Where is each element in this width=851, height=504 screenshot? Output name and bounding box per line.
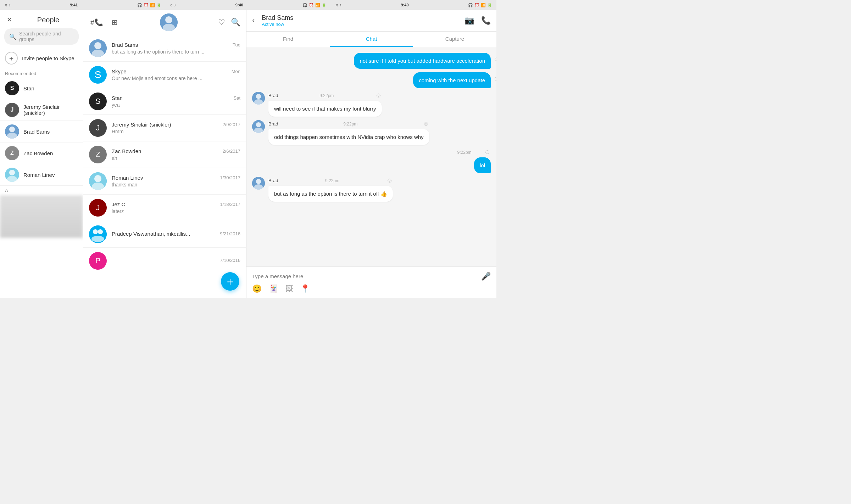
chat-item-brad[interactable]: Brad Sams Tue but as long as the option …	[83, 35, 246, 62]
contact-item-zac[interactable]: Z Zac Bowden	[0, 142, 83, 164]
chat-info-brad: Brad Sams Tue but as long as the option …	[112, 42, 240, 55]
avatar-brad	[5, 124, 19, 139]
middle-system-icons: 🎧 ⏰ 📶 🔋	[302, 3, 327, 7]
chat-header: ‹ Brad Sams Active now 📷 📞	[246, 10, 496, 32]
video-call-icon[interactable]: 📷	[465, 16, 474, 25]
search-icon: 🔍	[9, 33, 16, 40]
msg-meta-3: Brad 9:22pm ☺	[268, 177, 393, 184]
chat-date-stan: Sat	[233, 95, 240, 101]
svg-point-24	[256, 179, 261, 184]
toolbar-right-icons: ♡ 🔍	[218, 18, 240, 27]
call-icon[interactable]: #📞	[89, 17, 105, 28]
svg-point-18	[256, 94, 261, 99]
emoji-btn-recv-1[interactable]: ☺	[375, 92, 382, 99]
svg-point-2	[9, 170, 15, 175]
emoji-reaction-btn-1[interactable]: ☺	[494, 56, 496, 63]
smiley-icon[interactable]: 😊	[252, 284, 262, 293]
back-button[interactable]: ‹	[252, 15, 257, 27]
chat-name-row-jeremy: Jeremy Sinclair (snickler) 2/9/2017	[112, 122, 240, 128]
msg-received-turnoff: Brad 9:22pm ☺ but as long as the option …	[252, 177, 393, 202]
msg-sender-brad: Brad	[268, 93, 278, 98]
chat-avatar-zac-mid: Z	[89, 146, 107, 163]
avatar-roman	[5, 168, 19, 182]
msg-sent-bubble-nextupdate: coming with the next update	[413, 72, 491, 88]
chat-info-skype: Skype Mon Our new Mojis and emoticons ar…	[112, 68, 240, 81]
chat-name-skype: Skype	[112, 68, 127, 74]
close-button[interactable]: ✕	[4, 15, 14, 25]
chat-item-zac[interactable]: Z Zac Bowden 2/6/2017 ah	[83, 141, 246, 168]
chat-date-brad: Tue	[233, 42, 240, 47]
contact-item-brad[interactable]: Brad Sams	[0, 121, 83, 142]
section-a-label: A	[0, 186, 83, 195]
msg-sender-brad-3: Brad	[268, 178, 278, 183]
tab-find[interactable]: Find	[246, 32, 330, 47]
chat-name-group: Pradeep Viswanathan, mkeallis...	[112, 231, 190, 237]
contact-item-stan[interactable]: S Stan	[0, 78, 83, 99]
chat-item-stan[interactable]: S Stan Sat yea	[83, 88, 246, 115]
phone-call-icon[interactable]: 📞	[481, 16, 491, 25]
header-contact-info: Brad Sams Active now	[262, 14, 460, 27]
msg-received-row-2: Brad 9:22pm ☺ odd things happen sometime…	[252, 120, 429, 145]
svg-point-15	[98, 229, 103, 234]
heart-icon[interactable]: ♡	[218, 18, 225, 27]
contact-item-roman[interactable]: Roman Linev	[0, 164, 83, 186]
msg-sent-nextupdate: coming with the next update ☺	[413, 72, 491, 88]
contact-name-brad: Brad Sams	[23, 129, 50, 135]
main-avatar[interactable]	[160, 13, 178, 31]
recommended-label: Recommended	[0, 68, 83, 78]
msg-avatar-brad-3	[252, 177, 265, 190]
header-actions: 📷 📞	[465, 16, 491, 25]
emoji-reaction-btn-lol[interactable]: ☺	[484, 149, 491, 156]
music-icon-right: ♪	[340, 3, 342, 7]
chat-avatar-brad	[89, 39, 107, 57]
spotify-icon: ♫	[4, 3, 7, 7]
middle-toolbar: #📞 ⊞ ♡ 🔍	[83, 10, 246, 35]
emoji-btn-recv-3[interactable]: ☺	[386, 177, 393, 184]
contacts-icon[interactable]: ⊞	[110, 17, 119, 28]
svg-point-21	[256, 122, 261, 127]
location-icon[interactable]: 📍	[300, 284, 310, 293]
chat-item-skype[interactable]: S Skype Mon Our new Mojis and emoticons …	[83, 62, 246, 88]
chat-date-group: 9/21/2016	[220, 231, 240, 236]
contact-item-jeremy[interactable]: J Jeremy Sinclair (snickler)	[0, 99, 83, 121]
chat-toolbar-icons: 😊 🃏 🖼 📍	[252, 281, 491, 293]
invite-people-button[interactable]: ＋ Invite people to Skype	[0, 48, 83, 68]
status-bar-right: ♫ ♪ 9:40 🎧 ⏰ 📶 🔋	[331, 0, 496, 10]
chat-list: Brad Sams Tue but as long as the option …	[83, 35, 246, 298]
spotify-icon-right: ♫	[335, 3, 338, 7]
left-time: 9:41	[70, 3, 78, 7]
tab-chat[interactable]: Chat	[330, 32, 413, 47]
msg-received-row-1: Brad 9:22pm ☺ will need to see if that m…	[252, 92, 382, 117]
search-icon-toolbar[interactable]: 🔍	[231, 18, 240, 27]
alarm-icon: ⏰	[144, 3, 149, 7]
emoji-btn-recv-2[interactable]: ☺	[423, 120, 429, 128]
battery-icon-right: 🔋	[487, 3, 492, 7]
contact-name-jeremy: Jeremy Sinclair (snickler)	[23, 104, 78, 116]
microphone-icon[interactable]: 🎤	[481, 272, 491, 281]
tab-capture[interactable]: Capture	[413, 32, 496, 47]
chat-info-stan: Stan Sat yea	[112, 95, 240, 108]
right-system-icons: 🎧 ⏰ 📶 🔋	[468, 3, 492, 7]
chat-name-zac-mid: Zac Bowden	[112, 148, 141, 154]
image-icon[interactable]: 🖼	[285, 284, 293, 293]
chat-name-row-skype: Skype Mon	[112, 68, 240, 74]
chat-item-jeremy[interactable]: J Jeremy Sinclair (snickler) 2/9/2017 Hm…	[83, 115, 246, 141]
avatar-jeremy: J	[5, 103, 19, 117]
headphone-icon-right: 🎧	[468, 3, 473, 7]
chat-avatar-roman-mid	[89, 172, 107, 190]
chat-item-jezc[interactable]: J Jez C 1/18/2017 laterz	[83, 195, 246, 221]
chat-item-group[interactable]: Pradeep Viswanathan, mkeallis... 9/21/20…	[83, 221, 246, 248]
msg-meta-1: Brad 9:22pm ☺	[268, 92, 382, 99]
sticker-icon[interactable]: 🃏	[269, 284, 278, 293]
chat-date-pink: 7/10/2016	[220, 258, 240, 263]
chat-item-roman[interactable]: Roman Linev 1/30/2017 thanks man	[83, 168, 246, 195]
battery-icon: 🔋	[156, 3, 161, 7]
emoji-reaction-btn-2[interactable]: ☺	[494, 75, 496, 83]
middle-time: 9:40	[235, 3, 243, 7]
chat-avatar-jezc: J	[89, 199, 107, 217]
compose-button[interactable]: ＋	[221, 272, 239, 291]
chat-item-pink[interactable]: P 7/10/2016	[83, 248, 246, 274]
search-bar[interactable]: 🔍 Search people and groups	[4, 28, 79, 45]
message-input[interactable]	[252, 271, 478, 281]
chat-name-row-stan: Stan Sat	[112, 95, 240, 101]
